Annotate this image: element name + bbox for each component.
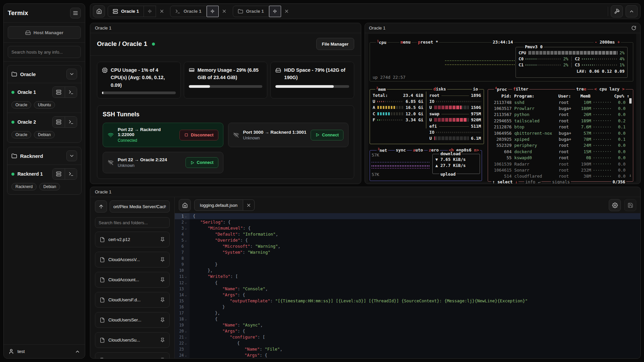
tab-split-button[interactable] (207, 6, 219, 17)
file-search-input[interactable] (95, 217, 170, 228)
editor-tab-label[interactable]: logging.default.json (194, 199, 243, 211)
pin-icon[interactable] (160, 358, 165, 358)
proc-scrollbar[interactable] (629, 98, 632, 104)
mem-total: Total:23.4 GiB (370, 92, 426, 98)
editor-tab[interactable]: logging.default.json (194, 199, 255, 211)
pin-icon[interactable] (160, 237, 165, 242)
connect-button[interactable]: Connect (311, 130, 343, 140)
fold-caret[interactable]: ⌄ (185, 334, 188, 340)
fold-caret[interactable] (185, 255, 188, 261)
host-item[interactable]: Oracle 1OracleUbuntu (7, 83, 81, 113)
file-item[interactable]: CloudUsersSu... (95, 332, 170, 348)
disk-used-row: U6.1M (427, 135, 484, 141)
menu-label: menu (399, 40, 412, 45)
fold-caret[interactable]: ⌄ (185, 225, 188, 231)
breadcrumb: Oracle / Oracle 1 (97, 40, 147, 48)
editor-home-button[interactable] (179, 199, 191, 211)
file-item[interactable]: CloudAccount... (95, 272, 170, 288)
collapse-tabbar-button[interactable] (626, 5, 638, 17)
tab-close-button[interactable] (281, 6, 292, 17)
line-number: 11 (179, 274, 184, 280)
group-collapse-button[interactable] (66, 150, 77, 161)
editor-settings-button[interactable] (609, 199, 621, 211)
tab-split-button[interactable] (269, 6, 281, 17)
fold-caret[interactable]: ⌄ (185, 340, 188, 346)
pin-icon[interactable] (160, 317, 165, 322)
tab-button[interactable]: Oracle 1 (108, 6, 144, 17)
pin-icon[interactable] (160, 257, 165, 262)
fold-caret[interactable] (185, 298, 188, 304)
tab-bar: Oracle 1Oracle 1Oracle 1 (90, 3, 641, 19)
fold-caret[interactable] (185, 249, 188, 255)
path-up-button[interactable] (95, 200, 107, 213)
fold-caret[interactable] (185, 243, 188, 249)
fold-caret[interactable] (185, 267, 188, 274)
fold-caret[interactable] (185, 304, 188, 310)
fold-caret[interactable] (185, 346, 188, 352)
fold-caret[interactable] (185, 310, 188, 316)
fold-caret[interactable]: ⌄ (185, 328, 188, 334)
tab-close-button[interactable] (156, 6, 167, 17)
connect-button[interactable]: Connect (185, 157, 218, 168)
pin-icon[interactable] (160, 338, 165, 343)
fold-caret[interactable]: ⌄ (185, 237, 188, 243)
code-line: 7 "System": "Warning" (175, 249, 640, 255)
host-item[interactable]: Racknerd 1RacknerdDebian (7, 165, 81, 194)
code-token: "Microsoft" (222, 244, 250, 249)
host-terminal-button[interactable] (65, 169, 77, 179)
group-collapse-button[interactable] (66, 69, 77, 79)
host-terminal-button[interactable] (65, 87, 77, 98)
tab-button[interactable]: Oracle 1 (233, 6, 269, 17)
code-token: : (243, 250, 248, 255)
fold-caret[interactable]: ⌄ (185, 316, 188, 322)
disk-io-row: IO (427, 129, 484, 135)
fold-caret[interactable] (185, 286, 188, 292)
file-item[interactable]: CloudUsersSer... (95, 312, 170, 328)
file-item[interactable]: cert-v2.p12 (95, 232, 170, 247)
tools-button[interactable] (611, 5, 623, 17)
file-browser: cert-v2.p12CloudAccessV...CloudAccount..… (90, 197, 175, 358)
fold-caret[interactable]: ⌄ (185, 274, 188, 280)
download-rate: ▼ 7.65 KiB/s (433, 156, 480, 162)
fold-caret[interactable]: ⌄ (185, 213, 188, 219)
fold-caret[interactable]: ⌄ (185, 219, 188, 225)
code-editor[interactable]: 1⌄{2⌄"Serilog": {3⌄"MinimumLevel": {4 "D… (175, 213, 640, 358)
editor-tab-close[interactable] (243, 199, 255, 211)
tab-split-button[interactable] (144, 6, 156, 17)
host-connect-button[interactable] (53, 169, 65, 179)
fold-caret[interactable]: ⌄ (185, 352, 188, 358)
disconnect-button[interactable]: Disconnect (179, 130, 218, 140)
pin-icon[interactable] (160, 277, 165, 282)
fold-caret[interactable]: ⌄ (185, 292, 188, 298)
path-input[interactable] (110, 200, 170, 213)
file-item[interactable]: CloudAccessV... (95, 252, 170, 267)
tab-close-button[interactable] (219, 6, 230, 17)
refresh-icon[interactable] (631, 25, 636, 31)
file-item[interactable] (95, 352, 170, 358)
proc-row: 2294655tailscaledroot189M0.2 (491, 118, 626, 124)
sidebar-user-row[interactable]: test (4, 344, 85, 358)
host-name: Oracle 2 (17, 119, 49, 125)
host-group-header[interactable]: Oracle (7, 65, 81, 83)
host-connect-button[interactable] (53, 87, 65, 98)
home-tab-button[interactable] (93, 5, 105, 17)
fold-caret[interactable] (185, 322, 188, 328)
code-token: { (215, 280, 218, 285)
fold-caret[interactable] (185, 231, 188, 237)
file-manager-button[interactable]: File Manager (316, 38, 354, 50)
stat-card-memory: Memory Usage - 29% (6.85 GiB of 23.44 Gi… (184, 62, 268, 99)
pin-icon[interactable] (160, 297, 165, 302)
host-item[interactable]: Oracle 2OracleDebian (7, 113, 81, 142)
tab-button[interactable]: Oracle 1 (170, 6, 206, 17)
host-group-header[interactable]: Racknerd (7, 147, 81, 165)
fold-caret[interactable]: ⌄ (185, 280, 188, 286)
file-item[interactable]: CloudUsersF.d... (95, 292, 170, 308)
host-terminal-button[interactable] (65, 117, 77, 127)
host-search-input[interactable] (8, 46, 81, 58)
host-connect-button[interactable] (53, 117, 65, 127)
sidebar-collapse-button[interactable] (70, 8, 81, 18)
terminal-screen[interactable]: 1cpumenupreset *23:44:14- 2000ms +up 274… (368, 34, 636, 182)
host-manager-button[interactable]: Host Manager (8, 26, 81, 39)
fold-caret[interactable] (185, 261, 188, 267)
editor-save-button[interactable] (624, 199, 636, 211)
